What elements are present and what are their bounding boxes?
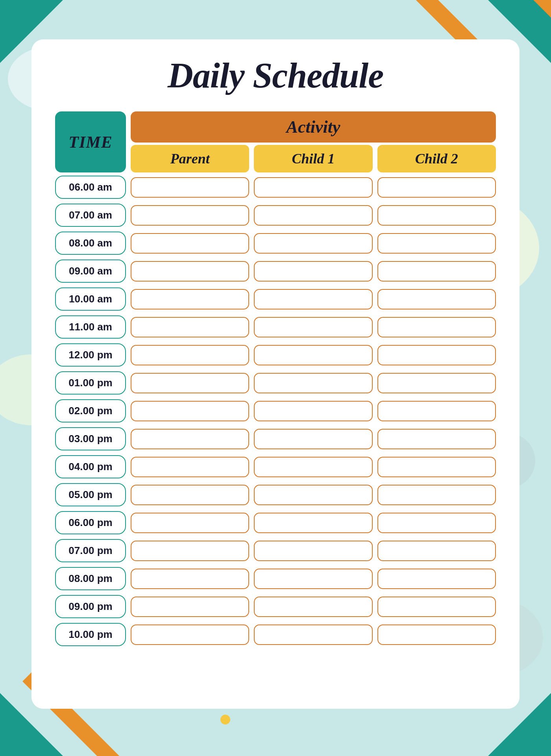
child2-input[interactable] [377, 457, 496, 477]
child1-input[interactable] [254, 289, 372, 309]
child1-input[interactable] [254, 233, 372, 254]
parent-input[interactable] [131, 624, 249, 645]
activity-cells [131, 569, 496, 589]
header-row: TIME Activity Parent Child 1 Chil [55, 111, 496, 172]
table-row: 11.00 am [55, 315, 496, 339]
data-rows-container: 06.00 am07.00 am08.00 am09.00 am10.00 am… [55, 176, 496, 648]
activity-cells [131, 205, 496, 226]
time-cell-text: 07.00 pm [68, 545, 112, 556]
child2-input[interactable] [377, 177, 496, 198]
table-row: 03.00 pm [55, 427, 496, 450]
parent-input[interactable] [131, 233, 249, 254]
child1-input[interactable] [254, 177, 372, 198]
time-cell: 05.00 pm [55, 483, 126, 506]
child1-input[interactable] [254, 373, 372, 393]
parent-input[interactable] [131, 429, 249, 449]
time-cell: 09.00 am [55, 259, 126, 283]
child2-input[interactable] [377, 345, 496, 365]
time-cell-text: 10.00 am [69, 293, 112, 305]
activity-cells [131, 513, 496, 533]
time-cell: 07.00 am [55, 204, 126, 227]
table-row: 12.00 pm [55, 343, 496, 367]
time-cell: 12.00 pm [55, 343, 126, 367]
time-cell: 09.00 pm [55, 595, 126, 618]
child1-input[interactable] [254, 401, 372, 421]
table-row: 06.00 am [55, 176, 496, 199]
parent-input[interactable] [131, 345, 249, 365]
child1-input[interactable] [254, 261, 372, 282]
activity-cells [131, 177, 496, 198]
activity-cells [131, 457, 496, 477]
sub-header-child1-label: Child 1 [292, 151, 335, 167]
activity-cells [131, 289, 496, 309]
child2-input[interactable] [377, 261, 496, 282]
time-cell: 10.00 pm [55, 623, 126, 646]
time-cell-text: 08.00 pm [68, 573, 112, 584]
activity-section: Activity Parent Child 1 Child 2 [131, 111, 496, 172]
child1-input[interactable] [254, 317, 372, 337]
table-row: 09.00 pm [55, 595, 496, 618]
time-cell: 08.00 pm [55, 567, 126, 590]
child2-input[interactable] [377, 513, 496, 533]
child2-input[interactable] [377, 569, 496, 589]
main-card: Daily Schedule TIME Activity Parent [31, 39, 520, 709]
child2-input[interactable] [377, 624, 496, 645]
child2-input[interactable] [377, 373, 496, 393]
child1-input[interactable] [254, 541, 372, 561]
parent-input[interactable] [131, 289, 249, 309]
parent-input[interactable] [131, 261, 249, 282]
parent-input[interactable] [131, 485, 249, 505]
parent-input[interactable] [131, 569, 249, 589]
time-cell: 03.00 pm [55, 427, 126, 450]
parent-input[interactable] [131, 401, 249, 421]
child1-input[interactable] [254, 624, 372, 645]
time-cell: 02.00 pm [55, 399, 126, 422]
parent-input[interactable] [131, 205, 249, 226]
child2-input[interactable] [377, 289, 496, 309]
child2-input[interactable] [377, 233, 496, 254]
activity-cells [131, 233, 496, 254]
child1-input[interactable] [254, 569, 372, 589]
time-cell-text: 01.00 pm [68, 377, 112, 389]
parent-input[interactable] [131, 373, 249, 393]
time-cell-text: 02.00 pm [68, 405, 112, 417]
table-row: 07.00 am [55, 204, 496, 227]
time-cell-text: 07.00 am [69, 209, 112, 221]
child2-input[interactable] [377, 401, 496, 421]
time-cell: 11.00 am [55, 315, 126, 339]
child1-input[interactable] [254, 457, 372, 477]
time-cell-text: 06.00 am [69, 181, 112, 193]
time-cell-text: 11.00 am [69, 321, 112, 333]
table-row: 01.00 pm [55, 371, 496, 395]
parent-input[interactable] [131, 513, 249, 533]
child1-input[interactable] [254, 345, 372, 365]
time-cell: 06.00 pm [55, 511, 126, 534]
child1-input[interactable] [254, 513, 372, 533]
child2-input[interactable] [377, 597, 496, 617]
sub-header-parent: Parent [131, 145, 249, 172]
child1-input[interactable] [254, 429, 372, 449]
child2-input[interactable] [377, 317, 496, 337]
parent-input[interactable] [131, 457, 249, 477]
child1-input[interactable] [254, 485, 372, 505]
parent-input[interactable] [131, 541, 249, 561]
time-cell-text: 06.00 pm [68, 517, 112, 528]
activity-cells [131, 485, 496, 505]
parent-input[interactable] [131, 597, 249, 617]
child2-input[interactable] [377, 485, 496, 505]
parent-input[interactable] [131, 177, 249, 198]
schedule-table: TIME Activity Parent Child 1 Chil [55, 111, 496, 648]
parent-input[interactable] [131, 317, 249, 337]
child1-input[interactable] [254, 205, 372, 226]
child2-input[interactable] [377, 541, 496, 561]
child1-input[interactable] [254, 597, 372, 617]
child2-input[interactable] [377, 205, 496, 226]
sub-header-parent-label: Parent [170, 151, 210, 167]
time-cell: 08.00 am [55, 232, 126, 255]
time-header-label: TIME [68, 133, 112, 152]
sub-header-child1: Child 1 [254, 145, 372, 172]
activity-title-bar: Activity [131, 111, 496, 143]
activity-cells [131, 373, 496, 393]
child2-input[interactable] [377, 429, 496, 449]
table-row: 05.00 pm [55, 483, 496, 506]
